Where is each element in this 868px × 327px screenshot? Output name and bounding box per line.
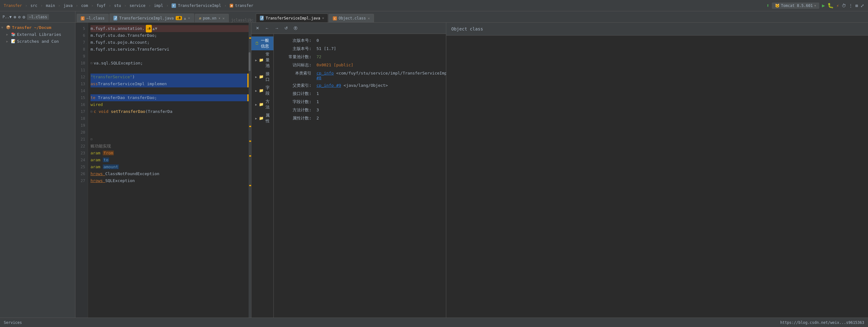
jclasslib-close-btn[interactable]: ✕: [254, 25, 261, 32]
run-button[interactable]: ▶: [822, 2, 825, 8]
breadcrumb-transfer-method[interactable]: transfer: [235, 3, 253, 8]
breadcrumb-transfer[interactable]: Transfer: [4, 3, 22, 8]
code-line-15: te TransferDao transferDao;: [91, 94, 249, 101]
detail-value-class-name: <com/fuyf/stu/service/impl/TransferServi…: [336, 71, 452, 76]
jclasslib-tree: 🗒 一般信息 ▶ 📁 常量池 ▶ 📁 接口: [251, 34, 274, 318]
detail-value-link[interactable]: cp_info #8: [316, 71, 334, 80]
code-line-17: ⊟ c void setTransferDao(TransferDa: [91, 108, 249, 115]
tab-close-button[interactable]: ✕: [188, 16, 190, 20]
breadcrumb-impl[interactable]: impl: [154, 3, 163, 8]
fold-marker[interactable]: ⊟: [91, 136, 92, 143]
jclasslib-forward-btn[interactable]: →: [273, 25, 281, 32]
jlib-item-attributes[interactable]: ▶ 📁 属性: [251, 111, 273, 125]
content-area: 5 6 7 8 9 10 11 12 13 14 15 16 17 18: [75, 23, 868, 318]
tab-label: TransferServiceImpl.java: [266, 16, 320, 21]
editor-scrollbar[interactable]: [249, 23, 251, 318]
project-selector[interactable]: P..▼: [2, 15, 12, 19]
vcs-icon[interactable]: ⬆: [766, 2, 769, 8]
breadcrumb-src[interactable]: src: [30, 3, 37, 8]
tomcat-label: Tomcat 8.5.601: [781, 3, 813, 8]
code-line-6: m.fuyf.stu.dao.TransferDao;: [91, 32, 249, 39]
error-marker-2: [249, 126, 251, 127]
scope-button[interactable]: ⊕: [13, 14, 16, 20]
coverage-button[interactable]: ⚡: [836, 3, 839, 8]
folder-icon: 📁: [259, 58, 264, 62]
code-line-7: m.fuyf.stu.pojo.Account;: [91, 39, 249, 46]
services-label[interactable]: Services: [4, 320, 22, 325]
jclasslib-target-btn[interactable]: ⦿: [292, 25, 300, 32]
tab-close-button[interactable]: ✕: [222, 16, 225, 21]
tab-expand[interactable]: ▲: [184, 16, 186, 21]
fold-marker[interactable]: ⊟: [91, 60, 92, 67]
jclasslib-content: 🗒 一般信息 ▶ 📁 常量池 ▶ 📁 接口: [251, 34, 446, 318]
breadcrumb-transferserviceimpl[interactable]: TransferServiceImpl: [178, 3, 221, 8]
detail-label: 访问标志:: [280, 62, 311, 68]
breadcrumb-stu[interactable]: stu: [114, 3, 121, 8]
expand-arrow[interactable]: ▲▼: [152, 25, 157, 32]
code-text: m.fuyf.stu.annotation.: [91, 25, 145, 32]
code-line-25: aram amount: [91, 164, 249, 171]
code-line-13: ass TransferServiceImpl implemen: [91, 81, 249, 87]
object-class-panel: Object class: [446, 23, 868, 318]
more-button[interactable]: ⋮: [848, 3, 853, 8]
code-line-26: hrows ClassNotFoundException: [91, 171, 249, 177]
tab-objectclass[interactable]: c Object.class ✕: [329, 14, 374, 22]
jlib-item-methods[interactable]: ▶ 📁 方法: [251, 97, 273, 111]
tab-transferserviceimpl2[interactable]: J TransferServiceImpl.java ✕: [256, 13, 329, 22]
detail-label: 字段计数:: [280, 99, 311, 105]
folder-icon: 📁: [259, 88, 264, 93]
breadcrumb-fuyf[interactable]: fuyf: [96, 3, 105, 8]
detail-row-constant-pool-count: 常量池计数: 72: [280, 54, 452, 60]
detail-row-minor-version: 次版本号: 0: [280, 38, 452, 43]
profile-button[interactable]: ⏱: [842, 3, 846, 8]
collapse-button[interactable]: ⊘: [18, 14, 21, 20]
settings-icon[interactable]: ⚙: [23, 14, 25, 20]
code-text: aram to: [91, 156, 109, 164]
jlib-item-label: 一般信息: [261, 38, 270, 49]
jlib-item-fields[interactable]: ▶ 📁 字段: [251, 84, 273, 97]
jclasslib-refresh-btn[interactable]: ↺: [282, 25, 290, 32]
jclasslib-back-btn[interactable]: ←: [263, 25, 271, 32]
tab-lclass[interactable]: c —l.class: [77, 14, 109, 22]
sidebar-item-external-libraries[interactable]: ▶ 📚 External Libraries: [0, 31, 75, 38]
breadcrumb-main[interactable]: main: [46, 3, 55, 8]
code-line-18: [91, 115, 249, 122]
code-content[interactable]: m.fuyf.stu.annotation. ⚠9 ▲▼ m.fuyf.stu.…: [88, 23, 251, 187]
detail-value: 1: [316, 91, 319, 96]
layout-button[interactable]: ⊞: [856, 3, 858, 8]
tab-transferserviceimpl[interactable]: J TransferServiceImpl.java ⚠9 ▲ ✕: [110, 13, 194, 22]
status-bar: Services https://blog.csdn.net/weix...s9…: [0, 318, 868, 327]
breadcrumb-java[interactable]: java: [63, 3, 72, 8]
tab-label: pom.xn: [203, 16, 216, 21]
error-marker-3: [249, 141, 251, 142]
breadcrumb-service[interactable]: service: [129, 3, 146, 8]
fold-marker[interactable]: ⊟: [91, 108, 92, 115]
jlib-item-constant-pool[interactable]: ▶ 📁 常量池: [251, 50, 273, 70]
debug-button[interactable]: 🐛: [828, 2, 834, 8]
tomcat-chevron: ▾: [814, 3, 816, 8]
jlib-item-interface[interactable]: ▶ 📁 接口: [251, 70, 273, 84]
tab-close-button[interactable]: ✕: [322, 16, 324, 20]
jlib-item-label: 方法: [266, 99, 270, 110]
code-line-22: 账功能实现: [91, 143, 249, 150]
jlib-item-general[interactable]: 🗒 一般信息: [251, 36, 273, 50]
tab-pom[interactable]: m pom.xn ▾ ✕: [195, 14, 229, 22]
detail-value: 72: [316, 54, 321, 59]
sidebar-item-scratches[interactable]: ▶ 📝 Scratches and Con: [0, 38, 75, 44]
code-line-8: m.fuyf.stu.service.TransferServi: [91, 46, 249, 53]
detail-value-link[interactable]: cp_info #9: [316, 83, 341, 88]
tomcat-selector[interactable]: 🐱 Tomcat 8.5.601 ▾: [772, 2, 819, 9]
breadcrumb-m-icon: m: [230, 4, 233, 7]
breadcrumb-com[interactable]: com: [81, 3, 88, 8]
folder-icon: 📁: [259, 102, 264, 107]
sidebar-item-transfer[interactable]: ▼ 📦 Transfer ~/Docum: [0, 24, 75, 31]
expand-button[interactable]: ⤢: [861, 3, 864, 8]
code-text: wired: [91, 101, 103, 108]
code-text: hrows ClassNotFoundException: [91, 171, 159, 177]
lclass-tab[interactable]: —l.class: [27, 14, 49, 20]
tab-chevron[interactable]: ▾: [218, 16, 221, 21]
tab-close-button[interactable]: ✕: [368, 16, 370, 21]
detail-row-fields-count: 字段计数: 1: [280, 99, 452, 105]
scratches-icon: 📝: [11, 39, 16, 44]
tab-label: Object.class: [339, 16, 366, 21]
